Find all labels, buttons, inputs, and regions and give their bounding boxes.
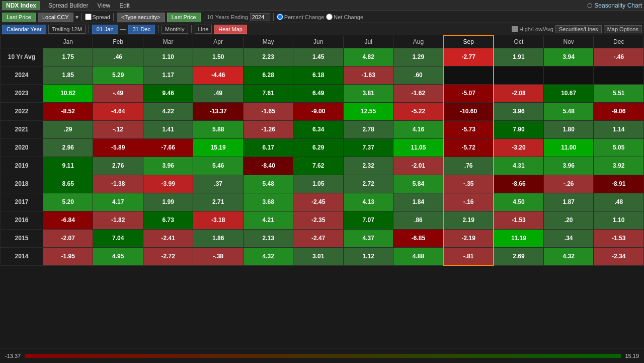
- cell-2017-Nov[interactable]: 1.87: [543, 193, 594, 211]
- cell-10 Yr Avg-Feb[interactable]: .46: [93, 48, 143, 66]
- cell-2020-Mar[interactable]: -7.66: [143, 138, 193, 157]
- date-end-btn[interactable]: 31-Dec: [128, 25, 155, 34]
- cell-2019-Dec[interactable]: 3.92: [594, 157, 644, 175]
- trailing-12m-btn[interactable]: Trailing 12M: [48, 25, 86, 34]
- cell-2014-Jun[interactable]: 3.01: [293, 247, 344, 265]
- type-security-btn[interactable]: <Type security>: [117, 13, 165, 22]
- cell-2023-Feb[interactable]: -.49: [93, 84, 143, 102]
- cell-2021-Jul[interactable]: 2.78: [343, 120, 393, 138]
- cell-2023-Jan[interactable]: 10.62: [43, 84, 93, 102]
- cell-2016-Mar[interactable]: 6.73: [143, 211, 193, 229]
- cell-2019-May[interactable]: -8.40: [243, 157, 293, 175]
- cell-2024-Nov[interactable]: [543, 66, 594, 84]
- cell-2022-Feb[interactable]: -4.64: [93, 102, 143, 120]
- cell-2019-Feb[interactable]: 2.76: [93, 157, 143, 175]
- cell-10 Yr Avg-Apr[interactable]: 1.50: [193, 48, 244, 66]
- cell-2024-Apr[interactable]: -4.46: [193, 66, 244, 84]
- cell-2021-Aug[interactable]: 4.16: [393, 120, 444, 138]
- cell-2022-Apr[interactable]: -13.37: [193, 102, 244, 120]
- cell-2018-Jul[interactable]: 2.72: [343, 175, 393, 193]
- spread-builder-btn[interactable]: Spread Builder: [44, 1, 92, 10]
- cell-10 Yr Avg-Jul[interactable]: 4.82: [343, 48, 393, 66]
- cell-2018-Dec[interactable]: -8.91: [594, 175, 644, 193]
- cell-2020-Jan[interactable]: 2.96: [43, 138, 93, 157]
- cell-2022-Jan[interactable]: -8.52: [43, 102, 93, 120]
- cell-2017-Oct[interactable]: 4.50: [494, 193, 544, 211]
- cell-2018-Nov[interactable]: -.26: [543, 175, 594, 193]
- cell-2014-Sep[interactable]: -.81: [443, 247, 494, 265]
- cell-2016-Apr[interactable]: -3.18: [193, 211, 244, 229]
- cell-2024-Jun[interactable]: 6.18: [293, 66, 344, 84]
- cell-2018-Jan[interactable]: 8.65: [43, 175, 93, 193]
- cell-2023-Oct[interactable]: -2.08: [494, 84, 544, 102]
- cell-2024-Mar[interactable]: 1.17: [143, 66, 193, 84]
- cell-2015-Oct[interactable]: 11.19: [494, 229, 544, 247]
- cell-2021-May[interactable]: -1.26: [243, 120, 293, 138]
- cell-2024-Sep[interactable]: [443, 66, 494, 84]
- cell-2019-Aug[interactable]: -2.01: [393, 157, 444, 175]
- cell-2024-Aug[interactable]: .60: [393, 66, 444, 84]
- cell-2024-Jan[interactable]: 1.85: [43, 66, 93, 84]
- cell-2017-Jul[interactable]: 4.13: [343, 193, 393, 211]
- cell-2019-Jan[interactable]: 9.11: [43, 157, 93, 175]
- spread-checkbox-label[interactable]: Spread: [85, 14, 110, 20]
- cell-2018-Feb[interactable]: -1.38: [93, 175, 143, 193]
- cell-2017-Aug[interactable]: 1.84: [393, 193, 444, 211]
- cell-2016-Jan[interactable]: -6.84: [43, 211, 93, 229]
- cell-2021-Sep[interactable]: -5.73: [443, 120, 494, 138]
- cell-2021-Dec[interactable]: 1.14: [594, 120, 644, 138]
- cell-2018-Jun[interactable]: 1.05: [293, 175, 344, 193]
- cell-2020-Aug[interactable]: 11.05: [393, 138, 444, 157]
- cell-2018-Aug[interactable]: 5.84: [393, 175, 444, 193]
- cell-2019-Jul[interactable]: 2.32: [343, 157, 393, 175]
- cell-2024-Feb[interactable]: 5.29: [93, 66, 143, 84]
- cell-2021-Feb[interactable]: -.12: [93, 120, 143, 138]
- cell-2016-Jun[interactable]: -2.35: [293, 211, 344, 229]
- cell-2016-Oct[interactable]: -1.53: [494, 211, 544, 229]
- cell-10 Yr Avg-Mar[interactable]: 1.10: [143, 48, 193, 66]
- cell-2014-Jan[interactable]: -1.95: [43, 247, 93, 265]
- cell-2016-Dec[interactable]: 1.10: [594, 211, 644, 229]
- cell-2021-Nov[interactable]: 1.80: [543, 120, 594, 138]
- calendar-year-btn[interactable]: Calendar Year: [2, 25, 46, 34]
- cell-2024-Oct[interactable]: [494, 66, 544, 84]
- cell-2016-May[interactable]: 4.21: [243, 211, 293, 229]
- cell-2014-Dec[interactable]: -2.34: [594, 247, 644, 265]
- cell-2019-Nov[interactable]: 3.96: [543, 157, 594, 175]
- cell-2014-Feb[interactable]: 4.95: [93, 247, 143, 265]
- cell-2023-Nov[interactable]: 10.67: [543, 84, 594, 102]
- cell-2019-Sep[interactable]: .76: [443, 157, 494, 175]
- cell-2023-Dec[interactable]: 5.51: [594, 84, 644, 102]
- cell-2024-Dec[interactable]: [594, 66, 644, 84]
- cell-10 Yr Avg-May[interactable]: 2.23: [243, 48, 293, 66]
- cell-2015-Jan[interactable]: -2.07: [43, 229, 93, 247]
- cell-2016-Sep[interactable]: 2.19: [443, 211, 494, 229]
- cell-2023-Aug[interactable]: -1.62: [393, 84, 444, 102]
- cell-2020-May[interactable]: 6.17: [243, 138, 293, 157]
- cell-2015-Dec[interactable]: -1.53: [594, 229, 644, 247]
- last-price-btn2[interactable]: Last Price: [167, 13, 201, 22]
- cell-2022-Jun[interactable]: -9.00: [293, 102, 344, 120]
- cell-2019-Oct[interactable]: 4.31: [494, 157, 544, 175]
- cell-2017-Dec[interactable]: .48: [594, 193, 644, 211]
- cell-2023-Sep[interactable]: -5.07: [443, 84, 494, 102]
- spread-checkbox[interactable]: [85, 14, 92, 20]
- cell-2014-Mar[interactable]: -2.72: [143, 247, 193, 265]
- cell-2016-Nov[interactable]: .20: [543, 211, 594, 229]
- cell-2019-Apr[interactable]: 5.46: [193, 157, 244, 175]
- cell-2020-Oct[interactable]: -3.20: [494, 138, 544, 157]
- line-btn[interactable]: Line: [195, 25, 212, 34]
- cell-2014-Apr[interactable]: -.38: [193, 247, 244, 265]
- cell-2015-Jul[interactable]: 4.37: [343, 229, 393, 247]
- cell-2023-Jul[interactable]: 3.81: [343, 84, 393, 102]
- cell-2020-Nov[interactable]: 11.00: [543, 138, 594, 157]
- last-price-btn[interactable]: Last Price: [2, 13, 36, 22]
- net-change-radio[interactable]: [326, 14, 333, 20]
- cell-2015-Nov[interactable]: .34: [543, 229, 594, 247]
- cell-2020-Sep[interactable]: -5.72: [443, 138, 494, 157]
- cell-2017-Apr[interactable]: 2.71: [193, 193, 244, 211]
- cell-2015-Feb[interactable]: 7.04: [93, 229, 143, 247]
- cell-2022-Mar[interactable]: 4.22: [143, 102, 193, 120]
- cell-2023-May[interactable]: 7.61: [243, 84, 293, 102]
- year-end-input[interactable]: [250, 13, 270, 21]
